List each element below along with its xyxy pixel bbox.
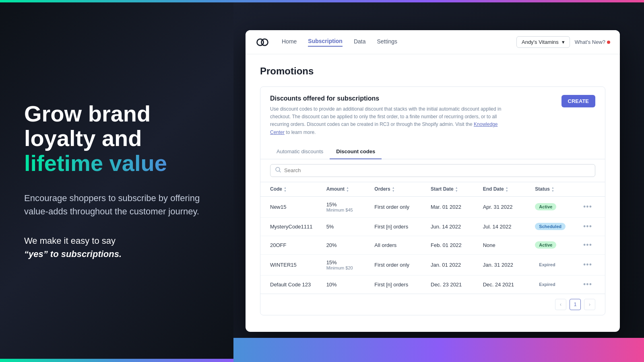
create-button[interactable]: CREATE [561, 95, 595, 107]
hero-title: Grow brand loyalty and lifetime value [24, 101, 209, 176]
chevron-down-icon: ▾ [562, 39, 565, 45]
status-badge: Scheduled [535, 223, 566, 230]
store-selector[interactable]: Andy's Vitamins ▾ [516, 36, 570, 48]
bottom-gradient-bar [233, 338, 644, 362]
col-status[interactable]: Status ▲▼ [535, 186, 583, 192]
search-bar [260, 159, 605, 182]
row-actions-button[interactable]: ••• [583, 203, 595, 211]
cell-amount: 20% [326, 242, 375, 248]
status-badge: Active [535, 241, 556, 249]
svg-point-1 [261, 39, 268, 45]
cell-status: Active [535, 241, 583, 249]
search-input-wrapper [270, 164, 595, 177]
prev-page-button[interactable]: ‹ [555, 299, 566, 310]
table-row[interactable]: WINTER15 15%Minimum $20 First order only… [260, 255, 605, 276]
next-page-button[interactable]: › [584, 299, 595, 310]
cell-status: Expired [535, 281, 583, 288]
row-actions-button[interactable]: ••• [583, 241, 595, 249]
col-end-date[interactable]: End Date ▲▼ [483, 186, 535, 192]
search-input[interactable] [284, 167, 590, 173]
row-actions-button[interactable]: ••• [583, 222, 595, 231]
nav-data[interactable]: Data [354, 38, 366, 46]
search-icon [275, 167, 281, 174]
app-panel: Home Subscription Data Settings Andy's V… [233, 0, 644, 362]
cell-code: MysteryCode1111 [270, 224, 326, 230]
section-description: Use discount codes to provide an additio… [270, 105, 512, 136]
section-info: Discounts offered for subscriptions Use … [270, 95, 512, 136]
browser-window: Home Subscription Data Settings Andy's V… [246, 30, 620, 332]
col-amount[interactable]: Amount ▲▼ [326, 186, 375, 192]
cell-orders: All orders [374, 242, 431, 248]
cell-status: Expired [535, 261, 583, 268]
cell-code: 20OFF [270, 242, 326, 248]
cell-start-date: Jun. 14 2022 [431, 224, 483, 230]
hero-cta: We make it easy to say “yes” to subscrip… [24, 234, 209, 261]
cell-end-date: Jan. 31 2022 [483, 262, 535, 268]
col-start-date[interactable]: Start Date ▲▼ [431, 186, 483, 192]
table-row[interactable]: Default Code 123 10% First [n] orders De… [260, 276, 605, 294]
tabs: Automatic discounts Discount codes [260, 144, 605, 159]
table-header: Code ▲▼ Amount ▲▼ Orders ▲▼ Start Date [260, 182, 605, 197]
page-title: Promotions [260, 66, 605, 77]
section-header: Discounts offered for subscriptions Use … [260, 87, 605, 144]
cell-orders: First order only [374, 204, 431, 210]
logo[interactable] [255, 35, 270, 49]
cell-status: Scheduled [535, 223, 583, 230]
hero-subtitle: Encourage shoppers to subscribe by offer… [24, 191, 209, 218]
status-badge: Expired [535, 261, 559, 268]
status-badge: Active [535, 203, 556, 210]
discount-codes-table: Code ▲▼ Amount ▲▼ Orders ▲▼ Start Date [260, 182, 605, 294]
cell-end-date: Dec. 24 2021 [483, 282, 535, 288]
cell-amount: 15%Minimum $45 [326, 202, 375, 212]
hero-highlight: lifetime value [24, 150, 167, 176]
cell-code: New15 [270, 204, 326, 210]
nav-subscription[interactable]: Subscription [308, 38, 343, 47]
knowledge-center-link[interactable]: Knowledge Center [270, 121, 497, 135]
nav-right: Andy's Vitamins ▾ What's New? [516, 36, 610, 48]
cell-orders: First [n] orders [374, 224, 431, 230]
cell-amount: 15%Minimum $20 [326, 259, 375, 270]
pagination: ‹ 1 › [260, 294, 605, 315]
section-title: Discounts offered for subscriptions [270, 95, 512, 102]
cell-amount: 10% [326, 282, 375, 288]
col-orders[interactable]: Orders ▲▼ [374, 186, 431, 192]
cell-code: WINTER15 [270, 262, 326, 268]
notification-dot [607, 41, 610, 44]
cell-end-date: Jul. 14 2022 [483, 224, 535, 230]
status-badge: Expired [535, 281, 559, 288]
nav-home[interactable]: Home [282, 38, 297, 46]
table-row[interactable]: MysteryCode1111 5% First [n] orders Jun.… [260, 218, 605, 236]
tab-automatic-discounts[interactable]: Automatic discounts [270, 144, 330, 159]
whats-new-button[interactable]: What's New? [575, 39, 610, 45]
row-actions-button[interactable]: ••• [583, 280, 595, 289]
main-content: Promotions Discounts offered for subscri… [246, 54, 620, 332]
cell-orders: First order only [374, 262, 431, 268]
cell-amount: 5% [326, 224, 375, 230]
section-card: Discounts offered for subscriptions Use … [260, 86, 605, 315]
cell-status: Active [535, 203, 583, 210]
col-code[interactable]: Code ▲▼ [270, 186, 326, 192]
cell-start-date: Dec. 23 2021 [431, 282, 483, 288]
table-body: New15 15%Minimum $45 First order only Ma… [260, 197, 605, 294]
cell-orders: First [n] orders [374, 282, 431, 288]
cell-start-date: Feb. 01 2022 [431, 242, 483, 248]
table-row[interactable]: 20OFF 20% All orders Feb. 01 2022 None A… [260, 236, 605, 255]
table-row[interactable]: New15 15%Minimum $45 First order only Ma… [260, 197, 605, 218]
cell-start-date: Mar. 01 2022 [431, 204, 483, 210]
cell-end-date: None [483, 242, 535, 248]
cell-code: Default Code 123 [270, 282, 326, 288]
svg-line-3 [279, 171, 281, 172]
nav-settings[interactable]: Settings [377, 38, 398, 46]
current-page-button[interactable]: 1 [570, 299, 581, 310]
hero-panel: Grow brand loyalty and lifetime value En… [0, 0, 233, 362]
row-actions-button[interactable]: ••• [583, 261, 595, 269]
col-actions [583, 186, 595, 192]
nav-links: Home Subscription Data Settings [282, 38, 516, 47]
cell-start-date: Jan. 01 2022 [431, 262, 483, 268]
cell-end-date: Apr. 31 2022 [483, 204, 535, 210]
nav-bar: Home Subscription Data Settings Andy's V… [246, 30, 620, 54]
tab-discount-codes[interactable]: Discount codes [330, 144, 382, 159]
